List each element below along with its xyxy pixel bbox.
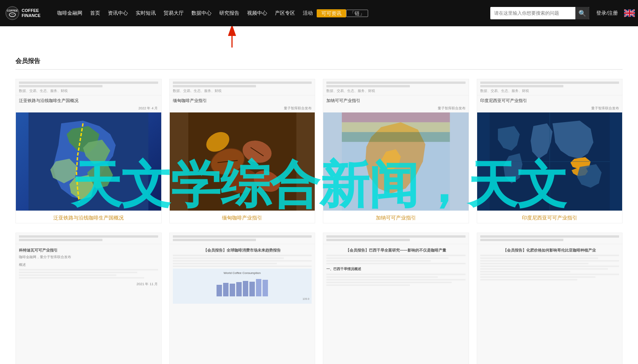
nav-item-chain[interactable]: 「链」	[346, 10, 368, 17]
ph-line-short	[173, 85, 256, 87]
card-header-r3: 数据、交易、生态、服务、财税	[323, 79, 469, 95]
card-header-r6	[170, 233, 315, 244]
report-card-r6[interactable]: 【会员报告】全球咖啡消费市场未来趋势报告 World Coffee Consum…	[169, 233, 316, 364]
nav-links: 咖啡金融网 首页 资讯中心 实时短讯 贸易大厅 数据中心 研究报告 视频中心 产…	[53, 0, 487, 26]
card-header-r7	[323, 233, 469, 244]
search-input[interactable]	[490, 10, 575, 16]
card-preview-r3: 数据、交易、生态、服务、财税 加纳可可产业指引 量子智库联合发布	[323, 79, 469, 211]
report-grid-row2: 科特迪瓦可可产业指引 咖啡金融网，量分子智库联合发布 概述 2021 年 11 …	[15, 233, 623, 364]
ph-line	[173, 235, 312, 238]
card-title-text-r1: 泛亚铁路与沿线咖啡生产国概况	[16, 95, 161, 106]
section-title: 会员报告	[15, 57, 623, 70]
ph-line-short	[326, 85, 410, 87]
nav-item-video[interactable]: 视频中心	[243, 0, 271, 26]
red-arrow-annotation	[217, 26, 247, 49]
ph-line	[19, 82, 158, 84]
card-preview-r4: 数据、交易、生态、服务、财税 印度尼西亚可可产业指引 量子智库联合发布	[477, 79, 623, 211]
card-meta-r1: 数据、交易、生态、服务、财税	[19, 88, 158, 94]
search-bar: 🔍	[490, 7, 589, 19]
ph-line-short	[173, 239, 256, 241]
card-label-r3: 加纳可可产业指引	[323, 211, 469, 223]
card-text-r5: 科特迪瓦可可产业指引 咖啡金融网，量分子智库联合发布 概述 2021 年 11 …	[16, 244, 161, 364]
card-preview-r8: 【会员报告】化肥价格如何影响哥伦比亚咖啡种植产业	[477, 233, 623, 364]
ph-line-short	[480, 239, 564, 241]
card-text-r7: 【会员报告】巴西干旱全案研究——影响的不仅是咖啡产量 一、巴西干旱情况概述	[323, 244, 469, 364]
ph-line	[480, 235, 619, 238]
report-grid-row1: 数据、交易、生态、服务、财税 泛亚铁路与沿线咖啡生产国概况 2022 年 4 月	[15, 79, 623, 223]
nav-item-research[interactable]: 研究报告	[215, 0, 243, 26]
ph-line	[173, 82, 312, 84]
report-card-r3[interactable]: 数据、交易、生态、服务、财税 加纳可可产业指引 量子智库联合发布	[323, 79, 469, 223]
nav-item-news[interactable]: 资讯中心	[104, 0, 132, 26]
card-preview-r5: 科特迪瓦可可产业指引 咖啡金融网，量分子智库联合发布 概述 2021 年 11 …	[16, 233, 161, 364]
card-text-r8: 【会员报告】化肥价格如何影响哥伦比亚咖啡种植产业	[477, 244, 623, 364]
nav-item-data[interactable]: 数据中心	[188, 0, 215, 26]
nav-item-events[interactable]: 活动	[299, 0, 317, 26]
card-image-r2	[170, 112, 315, 211]
nav-item-home[interactable]: 首页	[86, 0, 104, 26]
asia-map-placeholder	[16, 112, 161, 211]
card-header-r4: 数据、交易、生态、服务、财税	[477, 79, 623, 95]
navbar: COFFEE COFFEE FINANCE 咖啡金融网 首页 资讯中心 实时短讯…	[0, 0, 638, 26]
card-preview-r2: 数据、交易、生态、服务、财税 缅甸咖啡产业指引 量子智库联合发布	[170, 79, 315, 211]
nav-item-region[interactable]: 产区专区	[271, 0, 299, 26]
report-card-r7[interactable]: 【会员报告】巴西干旱全案研究——影响的不仅是咖啡产量 一、巴西干旱情况概述 巴西…	[323, 233, 469, 364]
logo[interactable]: COFFEE COFFEE FINANCE	[3, 6, 53, 20]
card-header-r2: 数据、交易、生态、服务、财税	[170, 79, 315, 95]
card-preview-r1: 数据、交易、生态、服务、财税 泛亚铁路与沿线咖啡生产国概况 2022 年 4 月	[16, 79, 161, 211]
coffee-logo-icon: COFFEE	[5, 6, 19, 20]
svg-point-0	[6, 7, 19, 20]
ph-line	[326, 235, 466, 238]
logo-name-line1: COFFEE	[22, 8, 41, 13]
card-meta-r4: 数据、交易、生态、服务、财税	[480, 88, 619, 94]
report-card-r2[interactable]: 数据、交易、生态、服务、财税 缅甸咖啡产业指引 量子智库联合发布	[169, 79, 316, 223]
card-preview-r7: 【会员报告】巴西干旱全案研究——影响的不仅是咖啡产量 一、巴西干旱情况概述	[323, 233, 469, 364]
card-header-r8	[477, 233, 623, 244]
main-content: 会员报告 数据、交易、生态、服务、财税 泛亚铁路与沿线咖啡生产国概况 2022 …	[0, 49, 638, 364]
svg-rect-33	[342, 112, 450, 122]
nav-item-keke[interactable]: 可可资讯	[317, 9, 346, 17]
card-meta-r2: 数据、交易、生态、服务、财税	[173, 88, 312, 94]
card-image-r1	[16, 112, 161, 211]
svg-rect-35	[342, 132, 450, 142]
card-label-r2: 缅甸咖啡产业指引	[170, 211, 315, 223]
nav-item-kafei[interactable]: 咖啡金融网	[53, 0, 86, 26]
ph-line	[19, 235, 158, 238]
card-meta-r3: 数据、交易、生态、服务、财税	[326, 88, 466, 94]
report-card-r4[interactable]: 数据、交易、生态、服务、财税 印度尼西亚可可产业指引 量子智库联合发布	[477, 79, 623, 223]
nav-item-trade[interactable]: 贸易大厅	[160, 0, 188, 26]
flag-uk-icon[interactable]	[624, 9, 635, 17]
svg-rect-34	[342, 122, 450, 132]
card-text-r6: 【会员报告】全球咖啡消费市场未来趋势报告 World Coffee Consum…	[170, 244, 315, 364]
search-button[interactable]: 🔍	[575, 7, 589, 19]
ph-line-short	[480, 85, 564, 87]
logo-name-line2: FINANCE	[22, 13, 41, 18]
ph-line	[326, 82, 466, 84]
card-label-r1: 泛亚铁路与沿线咖啡生产国概况	[16, 211, 161, 223]
login-button[interactable]: 登录/注册	[592, 10, 622, 17]
card-label-r4: 印度尼西亚可可产业指引	[477, 211, 623, 223]
card-image-r4	[477, 112, 623, 211]
ph-line-short	[19, 85, 102, 87]
report-card-r1[interactable]: 数据、交易、生态、服务、财税 泛亚铁路与沿线咖啡生产国概况 2022 年 4 月	[15, 79, 162, 223]
report-card-r5[interactable]: 科特迪瓦可可产业指引 咖啡金融网，量分子智库联合发布 概述 2021 年 11 …	[15, 233, 162, 364]
chart-area: World Coffee Consumption 109.9	[173, 269, 312, 304]
card-header-r5	[16, 233, 161, 244]
ph-line-short	[326, 239, 410, 241]
card-image-r3	[323, 112, 469, 211]
nav-item-realtime[interactable]: 实时短讯	[132, 0, 160, 26]
card-header-r1: 数据、交易、生态、服务、财税	[16, 79, 161, 95]
svg-text:COFFEE: COFFEE	[7, 9, 18, 12]
report-card-r8[interactable]: 【会员报告】化肥价格如何影响哥伦比亚咖啡种植产业 化肥价格如何影响哥伦比亚咖啡种…	[477, 233, 623, 364]
arrow-annotation-container	[0, 26, 638, 49]
ph-line-short	[19, 239, 102, 241]
search-icon: 🔍	[578, 10, 586, 17]
card-preview-r6: 【会员报告】全球咖啡消费市场未来趋势报告 World Coffee Consum…	[170, 233, 315, 364]
ph-line	[480, 82, 619, 84]
